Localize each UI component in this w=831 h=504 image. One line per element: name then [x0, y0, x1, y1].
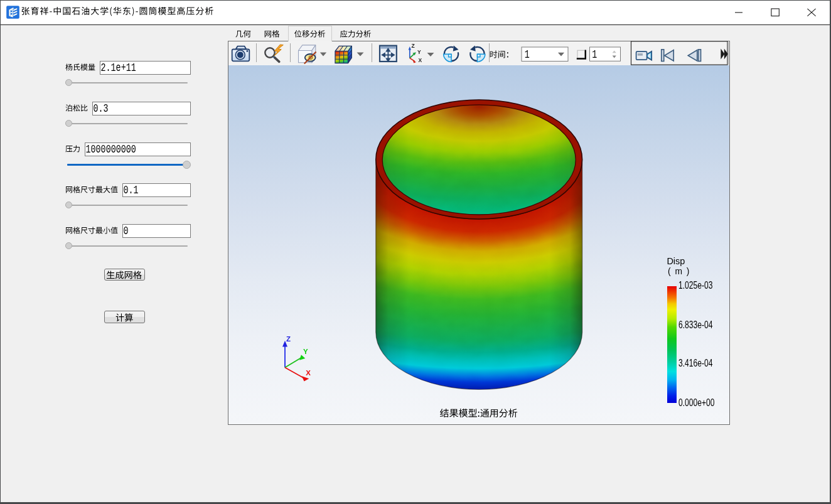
svg-text:1: 1: [525, 48, 530, 62]
svg-text:1: 1: [592, 48, 597, 62]
svg-text:Z: Z: [286, 335, 291, 343]
svg-text:X: X: [306, 369, 311, 377]
svg-text:1.025e-03: 1.025e-03: [678, 279, 712, 291]
svg-text:Y: Y: [417, 49, 421, 55]
svg-text:0.000e+00: 0.000e+00: [678, 397, 714, 408]
svg-text:6.833e-04: 6.833e-04: [678, 319, 712, 330]
svg-text:( m ): ( m ): [668, 267, 690, 276]
svg-text:3.416e-04: 3.416e-04: [678, 357, 712, 368]
svg-text:Z: Z: [412, 43, 415, 49]
svg-text:Y: Y: [303, 348, 308, 355]
svg-text:Disp: Disp: [667, 256, 685, 266]
svg-text:X: X: [419, 57, 422, 63]
